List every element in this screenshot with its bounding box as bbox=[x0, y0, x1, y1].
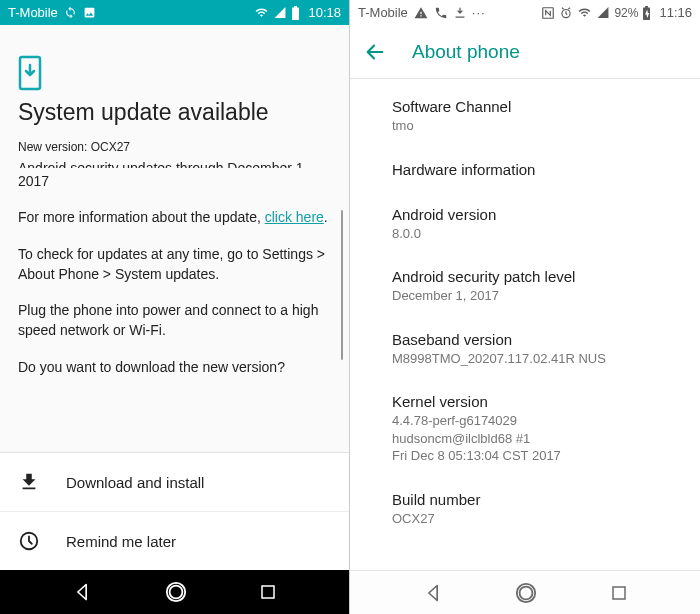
cutoff-text-2017: 2017 bbox=[18, 171, 331, 191]
warning-icon bbox=[414, 6, 428, 20]
item-key: Software Channel bbox=[392, 98, 676, 115]
svg-point-7 bbox=[520, 586, 533, 599]
download-label: Download and install bbox=[66, 474, 204, 491]
nav-recent-icon[interactable] bbox=[259, 583, 277, 601]
screen-system-update: T-Mobile 10:18 System update available N… bbox=[0, 0, 350, 614]
status-notif-icons bbox=[64, 6, 96, 19]
item-kernel-version[interactable]: Kernel version 4.4.78-perf-g6174029 huds… bbox=[350, 380, 700, 478]
image-icon bbox=[83, 6, 96, 19]
item-key: Android version bbox=[392, 206, 676, 223]
update-description[interactable]: Android security updates through Decembe… bbox=[0, 166, 349, 401]
update-icon-wrap bbox=[0, 25, 349, 99]
system-update-icon bbox=[18, 55, 42, 91]
click-here-link[interactable]: click here bbox=[265, 209, 324, 225]
scrollbar-indicator[interactable] bbox=[341, 210, 343, 360]
nav-recent-icon[interactable] bbox=[610, 584, 628, 602]
nav-bar bbox=[0, 570, 349, 614]
nav-bar bbox=[350, 570, 700, 614]
update-content: System update available New version: OCX… bbox=[0, 25, 349, 570]
item-android-version[interactable]: Android version 8.0.0 bbox=[350, 193, 700, 256]
battery-pct: 92% bbox=[614, 6, 638, 20]
nav-back-icon[interactable] bbox=[423, 583, 443, 603]
item-hardware-information[interactable]: Hardware information bbox=[350, 148, 700, 193]
item-key: Kernel version bbox=[392, 393, 676, 410]
battery-charging-icon bbox=[642, 6, 651, 20]
more-dots: ··· bbox=[472, 5, 486, 20]
svg-rect-4 bbox=[262, 586, 274, 598]
cutoff-text-top: Android security updates through Decembe… bbox=[18, 161, 331, 168]
nav-home-icon[interactable] bbox=[165, 581, 187, 603]
item-value: tmo bbox=[392, 117, 676, 135]
status-clock: 11:16 bbox=[659, 5, 692, 20]
signal-icon bbox=[596, 6, 610, 19]
signal-icon bbox=[273, 6, 287, 19]
item-key: Android security patch level bbox=[392, 268, 676, 285]
check-paragraph: To check for updates at any time, go to … bbox=[18, 244, 331, 285]
about-list[interactable]: Software Channel tmo Hardware informatio… bbox=[350, 79, 700, 570]
svg-rect-9 bbox=[613, 587, 625, 599]
battery-icon bbox=[291, 6, 300, 20]
plug-paragraph: Plug the phone into power and connect to… bbox=[18, 300, 331, 341]
svg-point-2 bbox=[169, 586, 182, 599]
status-clock: 10:18 bbox=[308, 5, 341, 20]
back-arrow-icon[interactable] bbox=[364, 41, 386, 63]
item-key: Hardware information bbox=[392, 161, 676, 178]
item-security-patch[interactable]: Android security patch level December 1,… bbox=[350, 255, 700, 318]
info-post: . bbox=[324, 209, 328, 225]
status-bar: T-Mobile ··· 92% 11:16 bbox=[350, 0, 700, 25]
info-paragraph: For more information about the update, c… bbox=[18, 207, 331, 227]
item-key: Build number bbox=[392, 491, 676, 508]
item-value: M8998TMO_20207.117.02.41R NUS bbox=[392, 350, 676, 368]
screen-about-phone: T-Mobile ··· 92% 11:16 About phone Softw… bbox=[350, 0, 700, 614]
item-key: Baseband version bbox=[392, 331, 676, 348]
alarm-icon bbox=[559, 6, 573, 20]
item-value: December 1, 2017 bbox=[392, 287, 676, 305]
carrier-label: T-Mobile bbox=[358, 5, 408, 20]
item-build-number[interactable]: Build number OCX27 bbox=[350, 478, 700, 541]
item-value: 4.4.78-perf-g6174029 hudsoncm@ilclbld68 … bbox=[392, 412, 676, 465]
wifi-icon bbox=[254, 6, 269, 19]
header-title: About phone bbox=[412, 41, 520, 63]
info-pre: For more information about the update, bbox=[18, 209, 265, 225]
item-value: 8.0.0 bbox=[392, 225, 676, 243]
ask-paragraph: Do you want to download the new version? bbox=[18, 357, 331, 377]
remind-later-button[interactable]: Remind me later bbox=[0, 512, 349, 570]
item-baseband-version[interactable]: Baseband version M8998TMO_20207.117.02.4… bbox=[350, 318, 700, 381]
action-list: Download and install Remind me later bbox=[0, 452, 349, 570]
download-install-button[interactable]: Download and install bbox=[0, 453, 349, 512]
status-right-icons: 92% 11:16 bbox=[541, 5, 692, 20]
nav-back-icon[interactable] bbox=[72, 582, 92, 602]
item-software-channel[interactable]: Software Channel tmo bbox=[350, 85, 700, 148]
app-bar: About phone bbox=[350, 25, 700, 79]
carrier-label: T-Mobile bbox=[8, 5, 58, 20]
sync-icon bbox=[64, 6, 77, 19]
item-value: OCX27 bbox=[392, 510, 676, 528]
wifi-icon bbox=[577, 6, 592, 19]
remind-label: Remind me later bbox=[66, 533, 176, 550]
status-right-icons: 10:18 bbox=[254, 5, 341, 20]
page-title: System update available bbox=[0, 99, 349, 140]
status-bar: T-Mobile 10:18 bbox=[0, 0, 349, 25]
download-icon bbox=[18, 471, 40, 493]
download-small-icon bbox=[454, 6, 466, 20]
nav-home-icon[interactable] bbox=[515, 582, 537, 604]
status-notif-icons: ··· bbox=[414, 5, 486, 20]
wifi-calling-icon bbox=[434, 6, 448, 20]
nfc-icon bbox=[541, 6, 555, 20]
clock-icon bbox=[18, 530, 40, 552]
